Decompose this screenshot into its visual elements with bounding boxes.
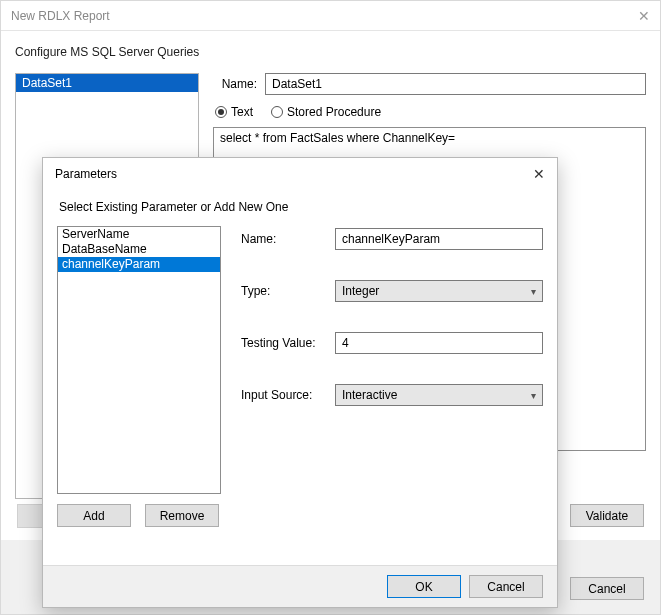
remove-button[interactable]: Remove	[145, 504, 219, 527]
dataset-name-input[interactable]	[265, 73, 646, 95]
param-testing-input[interactable]	[335, 332, 543, 354]
radio-unchecked-icon	[271, 106, 283, 118]
name-label: Name:	[213, 77, 257, 91]
chevron-down-icon: ▾	[531, 286, 536, 297]
param-type-value: Integer	[342, 284, 379, 298]
param-source-select[interactable]: Interactive ▾	[335, 384, 543, 406]
dialog-subtitle: Select Existing Parameter or Add New One	[59, 200, 543, 214]
param-type-select[interactable]: Integer ▾	[335, 280, 543, 302]
dialog-title: Parameters	[55, 167, 117, 181]
add-button[interactable]: Add	[57, 504, 131, 527]
parameters-dialog: Parameters ✕ Select Existing Parameter o…	[42, 157, 558, 608]
ok-button[interactable]: OK	[387, 575, 461, 598]
parent-cancel-button[interactable]: Cancel	[570, 577, 644, 600]
list-item[interactable]: DataBaseName	[58, 242, 220, 257]
validate-button[interactable]: Validate	[570, 504, 644, 527]
param-name-label: Name:	[241, 232, 325, 246]
dataset-item[interactable]: DataSet1	[16, 74, 198, 92]
query-text: select * from FactSales where ChannelKey…	[220, 131, 455, 145]
dialog-titlebar: Parameters ✕	[43, 158, 557, 190]
param-testing-label: Testing Value:	[241, 336, 325, 350]
radio-text[interactable]: Text	[215, 105, 253, 119]
list-item[interactable]: ServerName	[58, 227, 220, 242]
parent-titlebar: New RDLX Report ✕	[1, 1, 660, 31]
radio-stored-procedure[interactable]: Stored Procedure	[271, 105, 381, 119]
radio-checked-icon	[215, 106, 227, 118]
dialog-footer: OK Cancel	[43, 565, 557, 607]
parameter-fields: Name: Type: Integer ▾ Testing Value: Inp…	[241, 226, 543, 555]
param-type-label: Type:	[241, 284, 325, 298]
list-item[interactable]: channelKeyParam	[58, 257, 220, 272]
page-subtitle: Configure MS SQL Server Queries	[15, 45, 646, 59]
parent-title: New RDLX Report	[11, 9, 110, 23]
radio-text-label: Text	[231, 105, 253, 119]
parameter-list[interactable]: ServerName DataBaseName channelKeyParam	[57, 226, 221, 494]
param-source-value: Interactive	[342, 388, 397, 402]
cancel-button[interactable]: Cancel	[469, 575, 543, 598]
radio-sp-label: Stored Procedure	[287, 105, 381, 119]
close-icon[interactable]: ✕	[517, 166, 545, 182]
param-name-input[interactable]	[335, 228, 543, 250]
chevron-down-icon: ▾	[531, 390, 536, 401]
close-icon[interactable]: ✕	[620, 8, 650, 24]
command-type-group: Text Stored Procedure	[215, 105, 646, 119]
param-source-label: Input Source:	[241, 388, 325, 402]
